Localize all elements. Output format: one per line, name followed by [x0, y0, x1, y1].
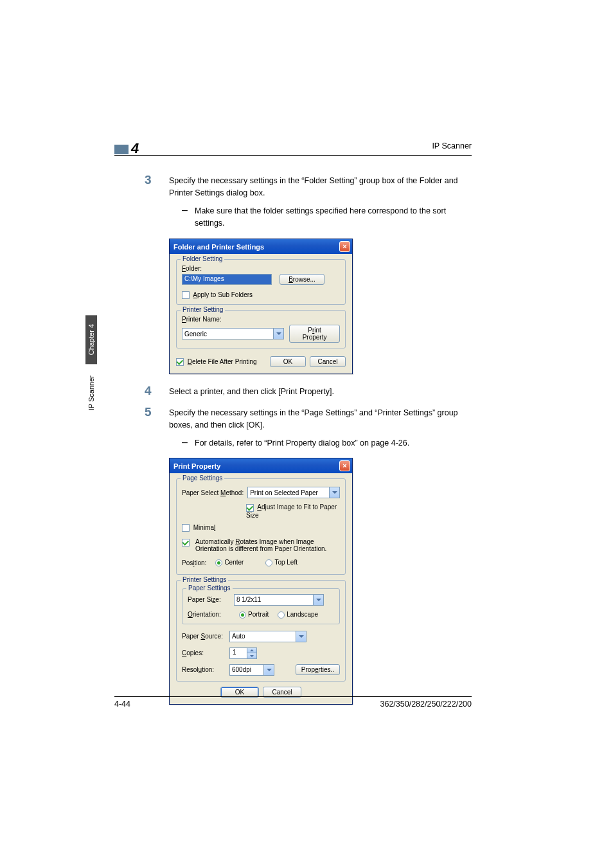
- page-number: 4-44: [114, 700, 130, 709]
- paper-size-label: Paper Size:: [188, 596, 230, 603]
- printer-settings-group: Printer Settings Paper Settings Paper Si…: [176, 580, 346, 682]
- position-center-radio[interactable]: Center: [215, 559, 244, 566]
- close-icon[interactable]: ×: [339, 460, 350, 471]
- chapter-bullet: [114, 145, 129, 154]
- group-legend: Printer Settings: [181, 576, 228, 583]
- cancel-button[interactable]: Cancel: [310, 356, 346, 367]
- side-tab-section: IP Scanner: [85, 366, 97, 419]
- print-property-dialog: Print Property × Page Settings Paper Sel…: [169, 458, 353, 704]
- chevron-down-icon[interactable]: [263, 665, 274, 675]
- position-topleft-radio[interactable]: Top Left: [265, 559, 298, 566]
- chevron-down-icon[interactable]: [273, 329, 283, 339]
- paper-source-label: Paper Source:: [182, 633, 226, 640]
- adjust-image-checkbox[interactable]: [246, 504, 254, 512]
- group-legend: Folder Setting: [181, 255, 224, 262]
- copies-value: 1: [230, 648, 247, 658]
- chevron-down-icon[interactable]: [313, 595, 323, 605]
- step-number: 5: [145, 405, 152, 419]
- browse-button[interactable]: Browse...: [280, 274, 324, 285]
- print-property-button[interactable]: Print Property: [289, 325, 340, 343]
- side-tab: Chapter 4 IP Scanner: [85, 315, 103, 420]
- step-text: Specify the necessary settings in the “P…: [169, 407, 472, 431]
- folder-label: Folder:: [182, 265, 340, 272]
- paper-method-label: Paper Select Method:: [182, 489, 244, 496]
- chevron-down-icon[interactable]: [296, 631, 306, 642]
- close-icon[interactable]: ×: [339, 241, 350, 252]
- folder-printer-settings-dialog: Folder and Printer Settings × Folder Set…: [169, 239, 353, 374]
- step-number: 4: [145, 384, 152, 398]
- step-bullet: Make sure that the folder settings speci…: [169, 204, 472, 230]
- minimal-label: Minimal: [193, 524, 215, 531]
- paper-source-combo[interactable]: Auto: [229, 631, 306, 642]
- position-label: Position:: [182, 559, 206, 566]
- orientation-landscape-radio[interactable]: Landscape: [278, 611, 318, 619]
- paper-settings-group: Paper Settings Paper Size: 8 1/2x11 Orie…: [182, 588, 340, 624]
- dialog-title: Print Property: [173, 462, 220, 470]
- printer-name-label: Printer Name:: [182, 316, 340, 323]
- side-tab-chapter: Chapter 4: [85, 315, 97, 364]
- auto-rotate-label: Automatically Rotates Image when Image O…: [195, 538, 340, 552]
- printer-name-value: Generic: [184, 330, 207, 338]
- paper-source-value: Auto: [232, 633, 245, 640]
- orientation-label: Orientation:: [188, 611, 230, 618]
- printer-setting-group: Printer Setting Printer Name: Generic Pr…: [176, 310, 346, 348]
- paper-method-value: Print on Selected Paper: [250, 489, 318, 496]
- delete-after-label: Delete File After Printing: [188, 358, 257, 365]
- group-legend: Paper Settings: [186, 584, 233, 592]
- properties-button[interactable]: Properties..: [296, 664, 340, 675]
- apply-subfolders-checkbox[interactable]: [182, 291, 190, 299]
- page-header: 4 IP Scanner: [114, 138, 472, 156]
- step-text: Specify the necessary settings in the “F…: [169, 175, 472, 199]
- group-legend: Page Settings: [181, 475, 224, 482]
- resolution-combo[interactable]: 600dpi: [229, 664, 274, 676]
- paper-method-combo[interactable]: Print on Selected Paper: [247, 487, 340, 498]
- paper-size-combo[interactable]: 8 1/2x11: [234, 594, 324, 606]
- spinner-down-icon[interactable]: [247, 653, 256, 658]
- header-title: IP Scanner: [432, 141, 472, 154]
- step-text: Select a printer, and then click [Print …: [169, 386, 472, 398]
- dialog-titlebar[interactable]: Print Property ×: [170, 458, 352, 473]
- ok-button[interactable]: OK: [270, 356, 306, 367]
- delete-after-checkbox[interactable]: [176, 358, 184, 366]
- step-5: 5 Specify the necessary settings in the …: [169, 407, 472, 449]
- chapter-number: 4: [131, 140, 139, 157]
- dialog-title: Folder and Printer Settings: [173, 243, 264, 251]
- apply-subfolders-label: Apply to Sub Folders: [193, 291, 253, 298]
- resolution-value: 600dpi: [232, 666, 251, 673]
- auto-rotate-checkbox[interactable]: [182, 539, 190, 547]
- step-number: 3: [145, 173, 152, 187]
- printer-name-combo[interactable]: Generic: [182, 328, 284, 339]
- bullet-text: For details, refer to “Print Property di…: [195, 439, 409, 448]
- page-footer: 4-44 362/350/282/250/222/200: [114, 696, 472, 709]
- page-settings-group: Page Settings Paper Select Method: Print…: [176, 478, 346, 575]
- resolution-label: Resolution:: [182, 666, 226, 673]
- paper-size-value: 8 1/2x11: [236, 596, 261, 603]
- bullet-text: Make sure that the folder settings speci…: [195, 206, 446, 228]
- chevron-down-icon[interactable]: [329, 487, 339, 498]
- dialog-titlebar[interactable]: Folder and Printer Settings ×: [170, 239, 352, 254]
- step-bullet: For details, refer to “Print Property di…: [169, 437, 472, 449]
- copies-label: Copies:: [182, 649, 226, 656]
- folder-setting-group: Folder Setting Folder: C:\My Images Brow…: [176, 259, 346, 305]
- model-numbers: 362/350/282/250/222/200: [380, 700, 472, 709]
- minimal-checkbox[interactable]: [182, 524, 190, 532]
- group-legend: Printer Setting: [181, 306, 225, 313]
- folder-input[interactable]: C:\My Images: [182, 274, 272, 285]
- copies-spinner[interactable]: 1: [229, 647, 257, 659]
- adjust-image-label: Adjust Image to Fit to Paper Size: [246, 503, 337, 518]
- spinner-up-icon[interactable]: [247, 648, 256, 654]
- orientation-portrait-radio[interactable]: Portrait: [239, 611, 269, 619]
- step-3: 3 Specify the necessary settings in the …: [169, 175, 472, 230]
- step-4: 4 Select a printer, and then click [Prin…: [169, 386, 472, 398]
